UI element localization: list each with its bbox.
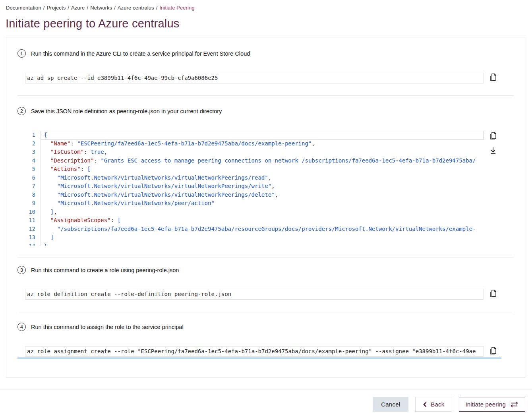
line-content: "Actions": [ (41, 165, 484, 174)
breadcrumb-link[interactable]: Networks (90, 5, 112, 11)
breadcrumb-link[interactable]: Azure (71, 5, 85, 11)
line-content: "Microsoft.Network/virtualNetworks/virtu… (41, 191, 484, 199)
line-number: 4 (25, 157, 41, 165)
step-4-label: Run this command to assign the role to t… (31, 324, 184, 330)
cancel-button-label: Cancel (381, 401, 400, 408)
json-editor-lines: 1{2 "Name": "ESCPeering/fa7eed6a-1ec5-4e… (25, 131, 484, 246)
step-4-number-badge: 4 (17, 323, 26, 331)
breadcrumb-separator: / (68, 5, 69, 11)
step-4-command-field[interactable]: az role assignment create --role "ESCPee… (25, 346, 484, 357)
editor-line[interactable]: 12 "/subscriptions/fa7eed6a-1ec5-4efa-b7… (25, 225, 484, 234)
line-content: "Microsoft.Network/virtualNetworks/virtu… (41, 182, 484, 191)
line-content: "Name": "ESCPeering/fa7eed6a-1ec5-4efa-b… (41, 139, 484, 148)
line-number: 13 (25, 233, 41, 242)
copy-icon[interactable] (489, 132, 497, 141)
breadcrumb-separator: / (87, 5, 88, 11)
editor-line[interactable]: 8 "Microsoft.Network/virtualNetworks/vir… (25, 191, 484, 199)
editor-line[interactable]: 6 "Microsoft.Network/virtualNetworks/vir… (25, 174, 484, 182)
editor-line[interactable]: 11 "AssignableScopes": [ (25, 216, 484, 225)
line-number: 7 (25, 182, 41, 191)
editor-line[interactable]: 10 ], (25, 208, 484, 217)
editor-line[interactable]: 3 "IsCustom": true, (25, 148, 484, 157)
copy-icon[interactable] (489, 73, 497, 82)
line-content: ], (41, 208, 484, 217)
line-number: 11 (25, 216, 41, 225)
editor-line[interactable]: 4 "Description": "Grants ESC access to m… (25, 157, 484, 165)
json-editor-row: 1{2 "Name": "ESCPeering/fa7eed6a-1ec5-4e… (25, 131, 514, 246)
step-4-section: 4 Run this command to assign the role to… (17, 314, 514, 378)
line-number: 3 (25, 148, 41, 157)
back-button-label: Back (431, 401, 444, 408)
editor-line[interactable]: 2 "Name": "ESCPeering/fa7eed6a-1ec5-4efa… (25, 139, 484, 148)
breadcrumb-separator: / (156, 5, 158, 11)
initiate-peering-button[interactable]: Initiate peering (459, 397, 525, 412)
breadcrumb-link[interactable]: Azure centralus (118, 5, 154, 11)
editor-line[interactable]: 1{ (25, 131, 484, 139)
initiate-peering-button-label: Initiate peering (465, 401, 506, 408)
step-3-command-row: az role definition create --role-definit… (25, 289, 514, 300)
line-number: 2 (25, 139, 41, 148)
breadcrumb-separator: / (43, 5, 45, 11)
line-number: 1 (25, 131, 41, 139)
download-icon[interactable] (489, 146, 497, 155)
line-content: "Description": "Grants ESC access to man… (41, 157, 484, 165)
horizontal-scrollbar[interactable] (17, 358, 501, 358)
step-1-command-row: az ad sp create --id e3899b11-4f6c-49ae-… (25, 73, 514, 83)
step-1-label: Run this command in the Azure CLI to cre… (31, 50, 250, 57)
line-number: 12 (25, 225, 41, 234)
back-button[interactable]: Back (415, 397, 452, 412)
footer-divider (0, 389, 532, 389)
line-number: 6 (25, 174, 41, 182)
step-2-section: 2 Save this JSON role definition as peer… (17, 95, 514, 257)
step-1-number-badge: 1 (17, 49, 26, 58)
chevron-left-icon (423, 402, 427, 407)
line-number: 10 (25, 208, 41, 217)
breadcrumb-link[interactable]: Documentation (6, 5, 41, 11)
page-title: Initiate peering to Azure centralus (6, 17, 526, 30)
editor-line[interactable]: 14} (25, 242, 484, 246)
line-content: "AssignableScopes": [ (41, 216, 484, 225)
copy-icon[interactable] (489, 346, 497, 356)
step-1-header: 1 Run this command in the Azure CLI to c… (17, 49, 514, 58)
line-number: 5 (25, 165, 41, 174)
line-content: "/subscriptions/fa7eed6a-1ec5-4efa-b71a-… (41, 225, 484, 234)
editor-line[interactable]: 13 ] (25, 233, 484, 242)
swap-horizontal-icon (510, 401, 519, 408)
editor-actions (489, 131, 497, 155)
breadcrumb-current: Initiate Peering (159, 5, 194, 11)
line-content: "IsCustom": true, (41, 148, 484, 157)
step-3-section: 3 Run this command to create a role usin… (17, 257, 514, 314)
footer-actions: Cancel Back Initiate peering (0, 397, 525, 412)
line-number: 14 (25, 242, 41, 246)
breadcrumb: Documentation/Projects/Azure/Networks/Az… (6, 5, 526, 11)
step-3-label: Run this command to create a role using … (31, 267, 179, 273)
line-content: ] (41, 233, 484, 242)
line-content: "Microsoft.Network/virtualNetworks/virtu… (41, 174, 484, 182)
step-2-header: 2 Save this JSON role definition as peer… (17, 107, 514, 115)
editor-line[interactable]: 5 "Actions": [ (25, 165, 484, 174)
line-content: } (41, 242, 484, 246)
step-2-label: Save this JSON role definition as peerin… (31, 108, 222, 114)
json-editor[interactable]: 1{2 "Name": "ESCPeering/fa7eed6a-1ec5-4e… (25, 131, 484, 246)
line-number: 9 (25, 199, 41, 208)
breadcrumb-separator: / (114, 5, 116, 11)
step-2-number-badge: 2 (17, 107, 26, 115)
breadcrumb-link[interactable]: Projects (46, 5, 66, 11)
cancel-button[interactable]: Cancel (373, 397, 408, 412)
line-content: { (41, 131, 484, 139)
step-4-header: 4 Run this command to assign the role to… (17, 323, 514, 331)
step-3-header: 3 Run this command to create a role usin… (17, 266, 514, 274)
step-3-command-field[interactable]: az role definition create --role-definit… (25, 289, 484, 300)
step-3-number-badge: 3 (17, 266, 26, 274)
copy-icon[interactable] (489, 289, 497, 298)
line-number: 8 (25, 191, 41, 199)
step-4-command-row: az role assignment create --role "ESCPee… (25, 346, 514, 357)
editor-line[interactable]: 9 "Microsoft.Network/virtualNetworks/pee… (25, 199, 484, 208)
step-1-section: 1 Run this command in the Azure CLI to c… (17, 37, 514, 95)
wizard-card: 1 Run this command in the Azure CLI to c… (6, 37, 525, 378)
step-1-command-field[interactable]: az ad sp create --id e3899b11-4f6c-49ae-… (25, 73, 484, 83)
editor-line[interactable]: 7 "Microsoft.Network/virtualNetworks/vir… (25, 182, 484, 191)
line-content: "Microsoft.Network/virtualNetworks/peer/… (41, 199, 484, 208)
